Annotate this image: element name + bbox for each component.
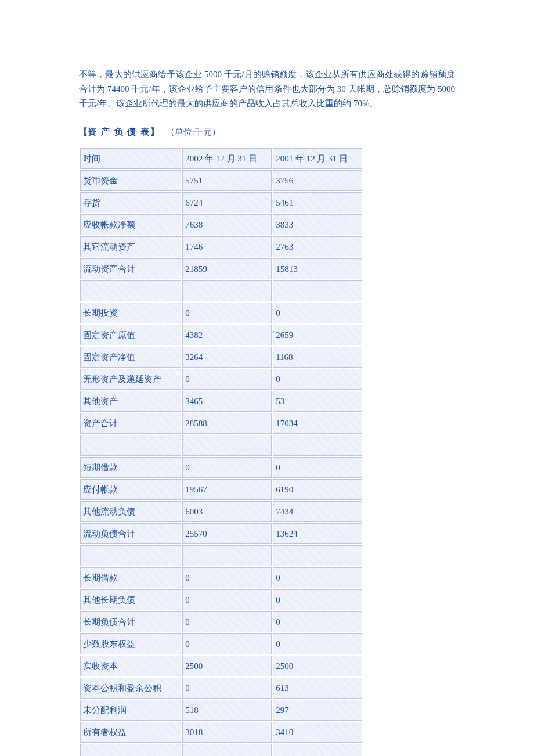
- table-row: [80, 545, 362, 566]
- table-row: 资本公积和盈余公积0613: [80, 678, 362, 699]
- row-value-2001: 53: [273, 391, 362, 412]
- bracket-open: 【: [79, 127, 88, 136]
- row-value-2002: 28588: [182, 413, 272, 434]
- row-value-2002: 25570: [182, 523, 272, 544]
- spacer-cell: [80, 280, 181, 301]
- table-row: 长期投资00: [80, 303, 362, 323]
- row-value-2002: 0: [182, 457, 272, 478]
- row-value-2001: 15813: [273, 258, 362, 279]
- row-label: 少数股东权益: [80, 633, 181, 654]
- table-body: 时间 2002 年 12 月 31 日 2001 年 12 月 31 日 货币资…: [80, 148, 362, 756]
- row-value-2002: 2500: [182, 656, 272, 676]
- row-label: 流动资产合计: [80, 258, 181, 279]
- row-value-2001: 0: [273, 369, 362, 390]
- row-label: 资本公积和盈余公积: [80, 678, 181, 699]
- header-row: 时间 2002 年 12 月 31 日 2001 年 12 月 31 日: [80, 148, 362, 169]
- row-value-2002: 3465: [182, 391, 272, 412]
- table-row: 所有者权益30183410: [80, 722, 362, 743]
- table-row: 流动负债合计2557013624: [80, 523, 362, 544]
- row-value-2002: 6724: [182, 192, 272, 213]
- row-value-2002: 0: [182, 303, 272, 323]
- row-value-2002: 6003: [182, 501, 272, 522]
- row-label: 无形资产及递延资产: [80, 369, 181, 390]
- table-row: 其它流动资产17462763: [80, 236, 362, 257]
- row-value-2001: 5461: [273, 192, 362, 213]
- row-value-2001: 297: [273, 700, 362, 721]
- table-row: 固定资产净值32641168: [80, 347, 362, 368]
- row-value-2001: 3833: [273, 214, 362, 235]
- row-label: 长期借款: [80, 567, 181, 588]
- header-col1: 2002 年 12 月 31 日: [182, 148, 272, 169]
- page-content: 不等，最大的供应商给予该企业 5000 千元/月的赊销额度，该企业从所有供应商处…: [0, 0, 534, 756]
- table-row: 未分配利润518297: [80, 700, 362, 721]
- row-value-2001: 2500: [273, 656, 362, 676]
- header-col2: 2001 年 12 月 31 日: [273, 148, 362, 169]
- spacer-cell: [273, 435, 362, 456]
- spacer-cell: [80, 744, 181, 756]
- table-row: [80, 744, 362, 756]
- row-value-2002: 0: [182, 369, 272, 390]
- row-value-2002: 19567: [182, 479, 272, 500]
- row-value-2001: 0: [273, 567, 362, 588]
- row-value-2002: 518: [182, 700, 272, 721]
- table-row: 货币资金57513756: [80, 170, 362, 191]
- row-label: 长期负债合计: [80, 611, 181, 632]
- table-row: 应收帐款净额76383833: [80, 214, 362, 235]
- row-label: 货币资金: [80, 170, 181, 191]
- row-value-2002: 0: [182, 589, 272, 610]
- row-value-2001: 613: [273, 678, 362, 699]
- header-time: 时间: [80, 148, 181, 169]
- row-label: 固定资产原值: [80, 325, 181, 345]
- table-title-text: 资 产 负 债 表: [88, 127, 150, 136]
- row-label: 应付帐款: [80, 479, 181, 500]
- row-value-2001: 2659: [273, 325, 362, 345]
- table-row: [80, 435, 362, 456]
- row-label: 资产合计: [80, 413, 181, 434]
- table-row: 固定资产原值43822659: [80, 325, 362, 345]
- table-row: [80, 280, 362, 301]
- row-value-2001: 7434: [273, 501, 362, 522]
- row-label: 固定资产净值: [80, 347, 181, 368]
- spacer-cell: [80, 435, 181, 456]
- row-value-2001: 1168: [273, 347, 362, 368]
- table-row: 其他流动负债60037434: [80, 501, 362, 522]
- row-label: 未分配利润: [80, 700, 181, 721]
- row-value-2001: 13624: [273, 523, 362, 544]
- spacer-cell: [273, 744, 362, 756]
- row-value-2002: 4382: [182, 325, 272, 345]
- table-row: 长期负债合计00: [80, 611, 362, 632]
- row-value-2001: 0: [273, 303, 362, 323]
- row-label: 实收资本: [80, 656, 181, 676]
- row-value-2002: 21859: [182, 258, 272, 279]
- spacer-cell: [273, 545, 362, 566]
- table-row: 其他资产346553: [80, 391, 362, 412]
- spacer-cell: [182, 545, 272, 566]
- row-value-2001: 0: [273, 457, 362, 478]
- table-row: 流动资产合计2185915813: [80, 258, 362, 279]
- spacer-cell: [182, 435, 272, 456]
- row-label: 其它流动资产: [80, 236, 181, 257]
- row-label: 其他长期负债: [80, 589, 181, 610]
- table-row: 其他长期负债00: [80, 589, 362, 610]
- row-label: 流动负债合计: [80, 523, 181, 544]
- table-row: 少数股东权益00: [80, 633, 362, 654]
- row-value-2001: 0: [273, 611, 362, 632]
- row-value-2001: 3410: [273, 722, 362, 743]
- table-row: 实收资本25002500: [80, 656, 362, 676]
- spacer-cell: [80, 545, 181, 566]
- row-value-2002: 3264: [182, 347, 272, 368]
- row-value-2002: 0: [182, 567, 272, 588]
- row-value-2002: 5751: [182, 170, 272, 191]
- row-label: 其他资产: [80, 391, 181, 412]
- table-row: 短期借款00: [80, 457, 362, 478]
- table-row: 无形资产及递延资产00: [80, 369, 362, 390]
- row-value-2002: 7638: [182, 214, 272, 235]
- row-value-2001: 0: [273, 633, 362, 654]
- row-label: 存货: [80, 192, 181, 213]
- row-value-2002: 0: [182, 633, 272, 654]
- row-value-2001: 2763: [273, 236, 362, 257]
- row-value-2001: 17034: [273, 413, 362, 434]
- spacer-cell: [182, 280, 272, 301]
- row-value-2001: 3756: [273, 170, 362, 191]
- spacer-cell: [273, 280, 362, 301]
